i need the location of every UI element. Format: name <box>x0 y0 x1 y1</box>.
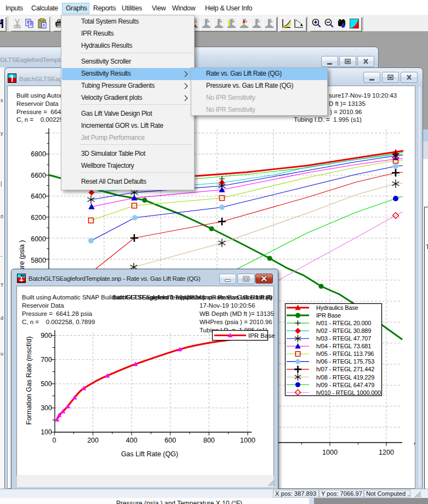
svg-text:200: 200 <box>87 437 99 444</box>
svg-text:100: 100 <box>41 428 52 436</box>
svg-text:1000: 1000 <box>240 437 255 444</box>
svg-text:400: 400 <box>126 437 138 444</box>
svg-text:Gas Lift Rate (QG): Gas Lift Rate (QG) <box>121 450 178 458</box>
svg-text:0: 0 <box>53 437 56 444</box>
svg-text:700: 700 <box>41 356 52 364</box>
svg-text:900: 900 <box>41 332 52 339</box>
svg-text:IPR Base: IPR Base <box>248 332 275 339</box>
svg-text:500: 500 <box>41 380 52 388</box>
svg-text:800: 800 <box>203 437 215 444</box>
svg-text:300: 300 <box>41 404 52 412</box>
svg-text:600: 600 <box>164 437 176 444</box>
svg-text:Formation Gas Rate (mscf/d): Formation Gas Rate (mscf/d) <box>25 336 33 424</box>
